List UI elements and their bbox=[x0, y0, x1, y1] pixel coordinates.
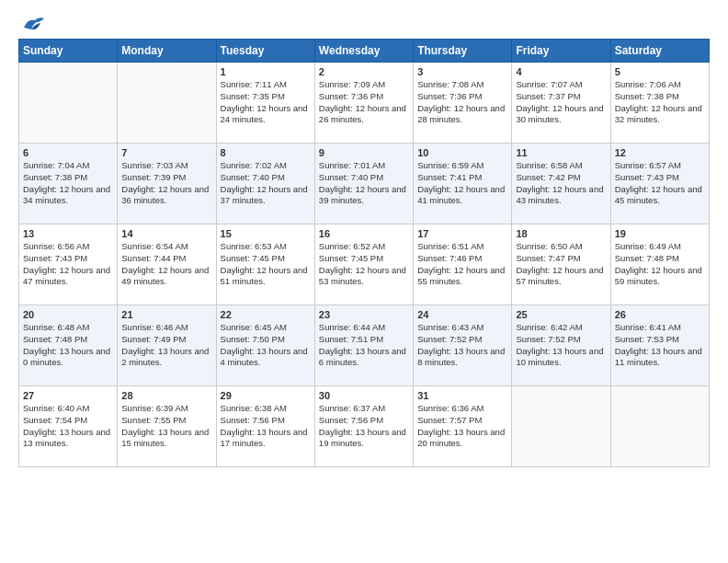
calendar-cell: 31Sunrise: 6:36 AM Sunset: 7:57 PM Dayli… bbox=[414, 386, 512, 467]
day-info: Sunrise: 6:59 AM Sunset: 7:41 PM Dayligh… bbox=[417, 160, 507, 207]
day-info: Sunrise: 6:45 AM Sunset: 7:50 PM Dayligh… bbox=[221, 322, 311, 369]
calendar-table: SundayMondayTuesdayWednesdayThursdayFrid… bbox=[18, 39, 710, 467]
calendar-week-4: 20Sunrise: 6:48 AM Sunset: 7:48 PM Dayli… bbox=[19, 305, 710, 386]
calendar-page: SundayMondayTuesdayWednesdayThursdayFrid… bbox=[0, 0, 728, 563]
calendar-cell: 21Sunrise: 6:46 AM Sunset: 7:49 PM Dayli… bbox=[118, 305, 216, 386]
day-number: 30 bbox=[319, 390, 409, 401]
day-info: Sunrise: 6:52 AM Sunset: 7:45 PM Dayligh… bbox=[319, 241, 409, 288]
day-number: 7 bbox=[121, 147, 211, 158]
day-number: 10 bbox=[417, 147, 507, 158]
day-number: 22 bbox=[221, 309, 311, 320]
day-number: 13 bbox=[23, 228, 113, 239]
day-info: Sunrise: 6:50 AM Sunset: 7:47 PM Dayligh… bbox=[516, 241, 606, 288]
day-info: Sunrise: 7:04 AM Sunset: 7:38 PM Dayligh… bbox=[23, 160, 113, 207]
day-number: 17 bbox=[417, 228, 507, 239]
calendar-cell: 25Sunrise: 6:42 AM Sunset: 7:52 PM Dayli… bbox=[512, 305, 610, 386]
calendar-cell: 6Sunrise: 7:04 AM Sunset: 7:38 PM Daylig… bbox=[19, 144, 118, 224]
day-info: Sunrise: 7:07 AM Sunset: 7:37 PM Dayligh… bbox=[516, 79, 606, 126]
day-info: Sunrise: 7:03 AM Sunset: 7:39 PM Dayligh… bbox=[121, 160, 211, 207]
calendar-cell: 20Sunrise: 6:48 AM Sunset: 7:48 PM Dayli… bbox=[19, 305, 118, 386]
calendar-cell: 23Sunrise: 6:44 AM Sunset: 7:51 PM Dayli… bbox=[314, 305, 413, 386]
day-info: Sunrise: 6:42 AM Sunset: 7:52 PM Dayligh… bbox=[516, 322, 606, 369]
day-number: 4 bbox=[516, 66, 606, 77]
calendar-week-2: 6Sunrise: 7:04 AM Sunset: 7:38 PM Daylig… bbox=[19, 144, 710, 224]
calendar-cell: 14Sunrise: 6:54 AM Sunset: 7:44 PM Dayli… bbox=[118, 224, 216, 305]
calendar-cell: 13Sunrise: 6:56 AM Sunset: 7:43 PM Dayli… bbox=[19, 224, 118, 305]
day-number: 23 bbox=[319, 309, 409, 320]
logo-bird-icon bbox=[20, 15, 46, 33]
column-header-sunday: Sunday bbox=[19, 40, 118, 63]
day-info: Sunrise: 6:40 AM Sunset: 7:54 PM Dayligh… bbox=[23, 403, 113, 450]
calendar-cell: 19Sunrise: 6:49 AM Sunset: 7:48 PM Dayli… bbox=[610, 224, 709, 305]
day-info: Sunrise: 7:09 AM Sunset: 7:36 PM Dayligh… bbox=[319, 79, 409, 126]
calendar-cell: 17Sunrise: 6:51 AM Sunset: 7:46 PM Dayli… bbox=[414, 224, 512, 305]
day-info: Sunrise: 6:51 AM Sunset: 7:46 PM Dayligh… bbox=[417, 241, 507, 288]
day-number: 25 bbox=[516, 309, 606, 320]
day-number: 24 bbox=[417, 309, 507, 320]
day-number: 28 bbox=[121, 390, 211, 401]
day-number: 9 bbox=[319, 147, 409, 158]
calendar-cell: 18Sunrise: 6:50 AM Sunset: 7:47 PM Dayli… bbox=[512, 224, 610, 305]
day-info: Sunrise: 6:57 AM Sunset: 7:43 PM Dayligh… bbox=[615, 160, 705, 207]
day-info: Sunrise: 6:44 AM Sunset: 7:51 PM Dayligh… bbox=[319, 322, 409, 369]
day-number: 2 bbox=[319, 66, 409, 77]
day-number: 8 bbox=[221, 147, 311, 158]
day-number: 3 bbox=[417, 66, 507, 77]
column-header-monday: Monday bbox=[118, 40, 216, 63]
logo-area bbox=[18, 15, 48, 33]
calendar-week-3: 13Sunrise: 6:56 AM Sunset: 7:43 PM Dayli… bbox=[19, 224, 710, 305]
calendar-week-1: 1Sunrise: 7:11 AM Sunset: 7:35 PM Daylig… bbox=[19, 63, 710, 144]
calendar-cell: 24Sunrise: 6:43 AM Sunset: 7:52 PM Dayli… bbox=[414, 305, 512, 386]
day-info: Sunrise: 6:43 AM Sunset: 7:52 PM Dayligh… bbox=[417, 322, 507, 369]
header bbox=[18, 15, 710, 33]
day-number: 11 bbox=[516, 147, 606, 158]
column-header-friday: Friday bbox=[512, 40, 610, 63]
day-info: Sunrise: 6:36 AM Sunset: 7:57 PM Dayligh… bbox=[417, 403, 507, 450]
calendar-cell: 26Sunrise: 6:41 AM Sunset: 7:53 PM Dayli… bbox=[610, 305, 709, 386]
day-number: 20 bbox=[23, 309, 113, 320]
day-number: 26 bbox=[615, 309, 705, 320]
day-number: 31 bbox=[417, 390, 507, 401]
day-info: Sunrise: 6:53 AM Sunset: 7:45 PM Dayligh… bbox=[221, 241, 311, 288]
calendar-cell: 8Sunrise: 7:02 AM Sunset: 7:40 PM Daylig… bbox=[216, 144, 314, 224]
calendar-cell: 5Sunrise: 7:06 AM Sunset: 7:38 PM Daylig… bbox=[610, 63, 709, 144]
day-info: Sunrise: 7:02 AM Sunset: 7:40 PM Dayligh… bbox=[221, 160, 311, 207]
day-number: 19 bbox=[615, 228, 705, 239]
column-header-saturday: Saturday bbox=[610, 40, 709, 63]
calendar-cell: 9Sunrise: 7:01 AM Sunset: 7:40 PM Daylig… bbox=[314, 144, 413, 224]
calendar-cell: 28Sunrise: 6:39 AM Sunset: 7:55 PM Dayli… bbox=[118, 386, 216, 467]
calendar-cell: 3Sunrise: 7:08 AM Sunset: 7:36 PM Daylig… bbox=[414, 63, 512, 144]
column-header-thursday: Thursday bbox=[414, 40, 512, 63]
calendar-cell: 16Sunrise: 6:52 AM Sunset: 7:45 PM Dayli… bbox=[314, 224, 413, 305]
day-info: Sunrise: 6:54 AM Sunset: 7:44 PM Dayligh… bbox=[121, 241, 211, 288]
calendar-cell: 30Sunrise: 6:37 AM Sunset: 7:56 PM Dayli… bbox=[314, 386, 413, 467]
column-header-wednesday: Wednesday bbox=[314, 40, 413, 63]
calendar-cell bbox=[118, 63, 216, 144]
calendar-cell: 22Sunrise: 6:45 AM Sunset: 7:50 PM Dayli… bbox=[216, 305, 314, 386]
calendar-week-5: 27Sunrise: 6:40 AM Sunset: 7:54 PM Dayli… bbox=[19, 386, 710, 467]
day-info: Sunrise: 7:08 AM Sunset: 7:36 PM Dayligh… bbox=[417, 79, 507, 126]
day-info: Sunrise: 6:56 AM Sunset: 7:43 PM Dayligh… bbox=[23, 241, 113, 288]
calendar-cell: 29Sunrise: 6:38 AM Sunset: 7:56 PM Dayli… bbox=[216, 386, 314, 467]
day-number: 14 bbox=[121, 228, 211, 239]
day-info: Sunrise: 7:06 AM Sunset: 7:38 PM Dayligh… bbox=[615, 79, 705, 126]
calendar-cell bbox=[512, 386, 610, 467]
calendar-cell bbox=[610, 386, 709, 467]
day-info: Sunrise: 6:38 AM Sunset: 7:56 PM Dayligh… bbox=[221, 403, 311, 450]
day-number: 27 bbox=[23, 390, 113, 401]
calendar-cell: 2Sunrise: 7:09 AM Sunset: 7:36 PM Daylig… bbox=[314, 63, 413, 144]
calendar-cell: 27Sunrise: 6:40 AM Sunset: 7:54 PM Dayli… bbox=[19, 386, 118, 467]
day-info: Sunrise: 7:01 AM Sunset: 7:40 PM Dayligh… bbox=[319, 160, 409, 207]
calendar-cell bbox=[19, 63, 118, 144]
calendar-cell: 15Sunrise: 6:53 AM Sunset: 7:45 PM Dayli… bbox=[216, 224, 314, 305]
day-number: 15 bbox=[221, 228, 311, 239]
day-info: Sunrise: 6:46 AM Sunset: 7:49 PM Dayligh… bbox=[121, 322, 211, 369]
calendar-cell: 4Sunrise: 7:07 AM Sunset: 7:37 PM Daylig… bbox=[512, 63, 610, 144]
calendar-cell: 1Sunrise: 7:11 AM Sunset: 7:35 PM Daylig… bbox=[216, 63, 314, 144]
day-number: 6 bbox=[23, 147, 113, 158]
day-number: 29 bbox=[221, 390, 311, 401]
day-info: Sunrise: 7:11 AM Sunset: 7:35 PM Dayligh… bbox=[221, 79, 311, 126]
day-info: Sunrise: 6:39 AM Sunset: 7:55 PM Dayligh… bbox=[121, 403, 211, 450]
calendar-header-row: SundayMondayTuesdayWednesdayThursdayFrid… bbox=[19, 40, 710, 63]
day-number: 16 bbox=[319, 228, 409, 239]
